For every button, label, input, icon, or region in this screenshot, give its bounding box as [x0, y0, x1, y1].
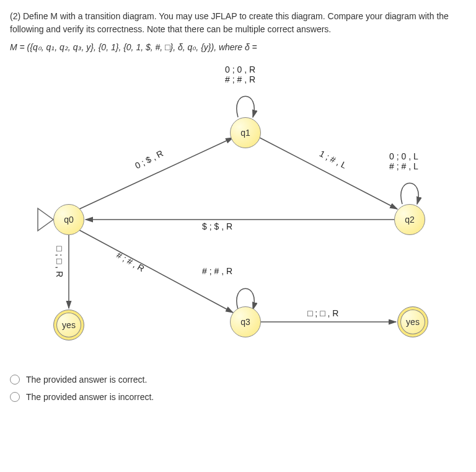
label-q3-yes2: □ ; □ , R [307, 308, 338, 318]
svg-line-1 [260, 138, 397, 209]
option-label: The provided answer is correct. [26, 375, 147, 385]
state-label: q0 [64, 215, 74, 225]
state-q1: q1 [230, 117, 261, 148]
option-label: The provided answer is incorrect. [26, 392, 154, 402]
transition-diagram: q0 q1 q2 q3 yes yes 0 ; 0 , R # ; # , R … [10, 65, 456, 362]
svg-line-0 [79, 138, 233, 209]
state-q3: q3 [230, 306, 261, 337]
state-label: q1 [240, 128, 250, 138]
option-correct[interactable]: The provided answer is correct. [10, 375, 466, 385]
option-incorrect[interactable]: The provided answer is incorrect. [10, 392, 466, 402]
state-label: q3 [240, 317, 250, 327]
label-q1-loop: 0 ; 0 , R # ; # , R [225, 65, 255, 84]
label-q0-q3: # ; # , R [115, 250, 146, 274]
state-label: q2 [405, 215, 415, 225]
label-q2-q0: $ ; $ , R [202, 221, 232, 231]
label-q0-q1: 0 ; $ , R [133, 148, 165, 171]
label-q1-q2: 1 ; # , L [318, 148, 348, 170]
options-group: The provided answer is correct. The prov… [10, 375, 466, 402]
label-q2-loop: 0 ; 0 , L # ; # , L [389, 151, 418, 171]
state-yes-left: yes [53, 309, 84, 341]
label-q3-loop: # ; # , R [202, 266, 232, 276]
question-text: (2) Define M with a transition diagram. … [10, 10, 466, 36]
state-yes-right: yes [397, 306, 428, 337]
formula: M = ({q₀, q₁, q₂, q₃, y}, {0, 1}, {0, 1,… [10, 42, 466, 52]
state-label: yes [406, 317, 420, 327]
radio-icon [10, 375, 20, 385]
state-q2: q2 [394, 204, 425, 235]
state-q0: q0 [53, 204, 84, 235]
state-label: yes [62, 320, 76, 330]
label-q0-yes1: □ ; □ , R [55, 246, 64, 277]
radio-icon [10, 392, 20, 402]
